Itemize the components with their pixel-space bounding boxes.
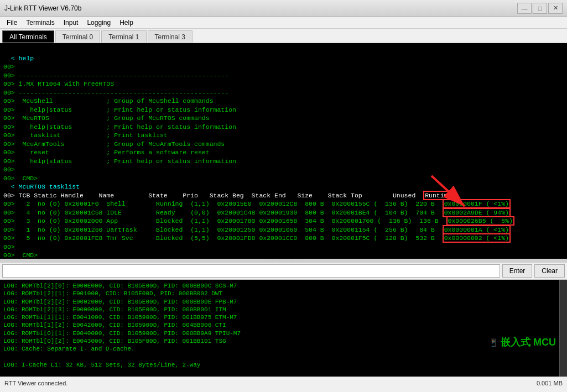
tab-terminal-3[interactable]: Terminal 3 xyxy=(148,30,193,43)
maximize-button[interactable]: □ xyxy=(533,3,547,14)
status-right: 0.001 MB xyxy=(537,380,563,386)
tab-all-terminals[interactable]: All Terminals xyxy=(2,30,54,43)
terminal-wrapper: < help 00> 00> -------------------------… xyxy=(0,43,567,259)
menu-terminals[interactable]: Terminals xyxy=(22,18,59,28)
log-section: LOG: ROMTbl[2][0]: E000E000, CID: B105E0… xyxy=(0,280,567,377)
command-input[interactable] xyxy=(2,264,500,278)
close-button[interactable]: ✕ xyxy=(548,3,563,14)
terminal-area[interactable]: < help 00> 00> -------------------------… xyxy=(0,43,567,259)
log-scrollbar[interactable] xyxy=(559,280,567,377)
enter-button[interactable]: Enter xyxy=(502,264,533,278)
menu-help[interactable]: Help xyxy=(115,18,138,28)
clear-button[interactable]: Clear xyxy=(534,264,565,278)
input-bar: Enter Clear xyxy=(0,262,567,280)
minimize-button[interactable]: — xyxy=(517,3,532,14)
menu-file[interactable]: File xyxy=(2,18,22,28)
tab-terminal-0[interactable]: Terminal 0 xyxy=(55,30,100,43)
menu-logging[interactable]: Logging xyxy=(82,18,115,28)
title-text: J-Link RTT Viewer V6.70b xyxy=(4,4,81,12)
status-bar: RTT Viewer connected. 0.001 MB xyxy=(0,377,567,389)
tab-terminal-1[interactable]: Terminal 1 xyxy=(101,30,146,43)
log-area[interactable]: LOG: ROMTbl[2][0]: E000E000, CID: B105E0… xyxy=(0,280,567,377)
menu-bar: File Terminals Input Logging Help xyxy=(0,17,567,29)
title-bar: J-Link RTT Viewer V6.70b — □ ✕ xyxy=(0,0,567,17)
window-controls: — □ ✕ xyxy=(517,3,563,14)
tab-bar: All Terminals Terminal 0 Terminal 1 Term… xyxy=(0,29,567,43)
status-left: RTT Viewer connected. xyxy=(4,380,67,386)
menu-input[interactable]: Input xyxy=(59,18,83,28)
